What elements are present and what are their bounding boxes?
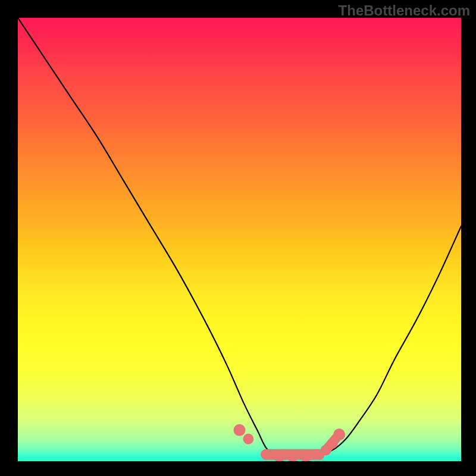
highlight-dot bbox=[261, 449, 271, 460]
watermark-text: TheBottleneck.com bbox=[339, 2, 470, 19]
highlight-dots bbox=[234, 424, 346, 461]
curve-svg bbox=[18, 18, 461, 461]
bottleneck-curve bbox=[18, 18, 461, 457]
highlight-dot bbox=[234, 424, 246, 436]
chart-container: TheBottleneck.com bbox=[0, 0, 476, 476]
highlight-dot bbox=[333, 428, 345, 440]
highlight-dot bbox=[243, 434, 253, 444]
plot-area bbox=[18, 18, 461, 461]
